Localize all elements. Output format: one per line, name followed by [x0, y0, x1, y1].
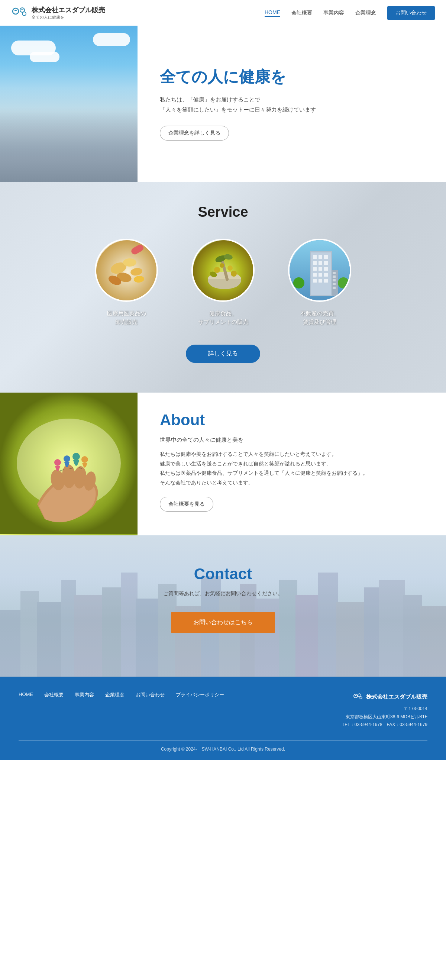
svg-rect-39: [319, 279, 322, 283]
svg-rect-33: [319, 267, 322, 270]
hero-title: 全ての人に健康を: [160, 67, 424, 88]
nav-service[interactable]: 事業内容: [323, 10, 344, 16]
footer-company-info: 株式会社エスダブル販売 〒173-0014 東京都板橋区大山東町38-6 MDB…: [342, 692, 427, 729]
svg-point-14: [214, 267, 220, 273]
service-cards: 医療用医薬品の卸売販売: [0, 239, 446, 326]
service-card-health: 健康食品、サプリメントの販売: [186, 239, 260, 326]
svg-rect-28: [324, 255, 328, 259]
footer-nav-contact[interactable]: お問い合わせ: [136, 692, 165, 698]
svg-point-54: [63, 455, 70, 462]
footer-nav-privacy[interactable]: プライバシーポリシー: [176, 692, 224, 698]
service-label-realestate: 不動産の売買、賃貸及び管理: [283, 309, 357, 326]
logo: 株式会社エスダブル販売 全ての人に健康を: [11, 5, 105, 21]
hero-content: 全ての人に健康を 私たちは、「健康」をお届けすることで 「人々を笑顔にしたい」を…: [138, 52, 446, 156]
about-image: [0, 393, 138, 535]
svg-rect-38: [313, 279, 317, 283]
footer-company-name-row: 株式会社エスダブル販売: [342, 692, 427, 702]
svg-point-55: [73, 453, 80, 460]
nav-about[interactable]: 会社概要: [291, 10, 312, 16]
footer-company-name: 株式会社エスダブル販売: [366, 694, 427, 700]
footer-nav-about[interactable]: 会社概要: [44, 692, 63, 698]
hero-image: [0, 25, 138, 182]
logo-icon: [11, 5, 28, 21]
about-description: 私たちは健康や美をお届けすることで人々を笑顔にしたいと考えています。 健康で美し…: [160, 449, 424, 488]
svg-rect-26: [313, 255, 317, 259]
svg-rect-30: [319, 261, 322, 265]
svg-rect-31: [324, 261, 328, 265]
service-image-realestate: [288, 239, 351, 302]
svg-point-16: [220, 263, 224, 268]
main-nav: HOME 会社概要 事業内容 企業理念 お問い合わせ: [265, 6, 435, 20]
svg-rect-36: [319, 273, 322, 277]
service-image-medical: [95, 239, 158, 302]
service-section: Service: [0, 182, 446, 393]
nav-home[interactable]: HOME: [265, 9, 280, 17]
svg-rect-35: [313, 273, 317, 277]
svg-rect-37: [324, 273, 328, 277]
svg-rect-44: [333, 279, 336, 282]
service-title: Service: [0, 204, 446, 220]
nav-contact-button[interactable]: お問い合わせ: [387, 6, 435, 20]
header: 株式会社エスダブル販売 全ての人に健康を HOME 会社概要 事業内容 企業理念…: [0, 0, 446, 25]
footer-nav-home[interactable]: HOME: [19, 692, 33, 698]
service-card-realestate: 不動産の売買、賃貸及び管理: [283, 239, 357, 326]
service-card-medical: 医療用医薬品の卸売販売: [89, 239, 163, 326]
svg-rect-43: [333, 275, 336, 278]
company-name: 株式会社エスダブル販売: [32, 6, 105, 14]
svg-rect-29: [313, 261, 317, 265]
service-detail-button[interactable]: 詳しく見る: [186, 345, 260, 363]
hero-description: 私たちは、「健康」をお届けすることで 「人々を笑顔にしたい」をモットーに日々努力…: [160, 94, 424, 115]
svg-point-85: [360, 697, 362, 699]
company-tagline: 全ての人に健康を: [32, 14, 105, 20]
about-title: About: [160, 411, 424, 429]
nav-philosophy[interactable]: 企業理念: [355, 10, 376, 16]
footer: HOME 会社概要 事業内容 企業理念 お問い合わせ プライバシーポリシー 株式…: [0, 677, 446, 760]
svg-rect-45: [333, 283, 336, 285]
footer-nav: HOME 会社概要 事業内容 企業理念 お問い合わせ プライバシーポリシー: [19, 692, 224, 698]
logo-text: 株式会社エスダブル販売 全ての人に健康を: [32, 6, 105, 20]
svg-rect-32: [313, 267, 317, 270]
contact-section: Contact ご質問等あれば、お気軽にお問い合わせください。 お問い合わせはこ…: [0, 535, 446, 677]
footer-address: 〒173-0014 東京都板橋区大山東町38-6 MDBビルB1F TEL：03…: [342, 705, 427, 729]
svg-rect-27: [319, 255, 322, 259]
svg-point-22: [293, 277, 305, 288]
hero-philosophy-button[interactable]: 企業理念を詳しく見る: [160, 126, 229, 140]
svg-rect-40: [324, 279, 328, 283]
svg-point-2: [22, 12, 26, 16]
svg-rect-46: [333, 286, 336, 289]
footer-nav-service[interactable]: 事業内容: [75, 692, 94, 698]
svg-point-17: [231, 270, 237, 277]
footer-copyright: Copyright © 2024- SW-HANBAI Co., Ltd All…: [19, 740, 427, 752]
about-section: About 世界中の全ての人々に健康と美を 私たちは健康や美をお届けすることで人…: [0, 393, 446, 535]
contact-button[interactable]: お問い合わせはこちら: [171, 612, 275, 633]
about-content: About 世界中の全ての人々に健康と美を 私たちは健康や美をお届けすることで人…: [138, 393, 446, 535]
contact-description: ご質問等あれば、お気軽にお問い合わせください。: [0, 590, 446, 597]
svg-point-84: [358, 694, 361, 697]
svg-point-56: [81, 456, 88, 463]
service-label-medical: 医療用医薬品の卸売販売: [89, 309, 163, 326]
svg-point-5: [123, 258, 136, 267]
service-label-health: 健康食品、サプリメントの販売: [186, 309, 260, 326]
hero-section: 全ての人に健康を 私たちは、「健康」をお届けすることで 「人々を笑顔にしたい」を…: [0, 25, 446, 182]
footer-nav-philosophy[interactable]: 企業理念: [105, 692, 124, 698]
svg-point-3: [96, 240, 158, 302]
svg-rect-42: [333, 272, 336, 274]
about-subtitle: 世界中の全ての人々に健康と美を: [160, 436, 424, 444]
svg-point-23: [338, 277, 349, 288]
contact-title: Contact: [0, 565, 446, 583]
about-detail-button[interactable]: 会社概要を見る: [160, 497, 213, 512]
footer-top: HOME 会社概要 事業内容 企業理念 お問い合わせ プライバシーポリシー 株式…: [19, 692, 427, 729]
footer-logo-icon: [353, 692, 363, 702]
svg-point-53: [54, 459, 61, 466]
svg-point-15: [227, 266, 233, 270]
svg-rect-34: [324, 267, 328, 270]
service-image-health: [191, 239, 255, 302]
